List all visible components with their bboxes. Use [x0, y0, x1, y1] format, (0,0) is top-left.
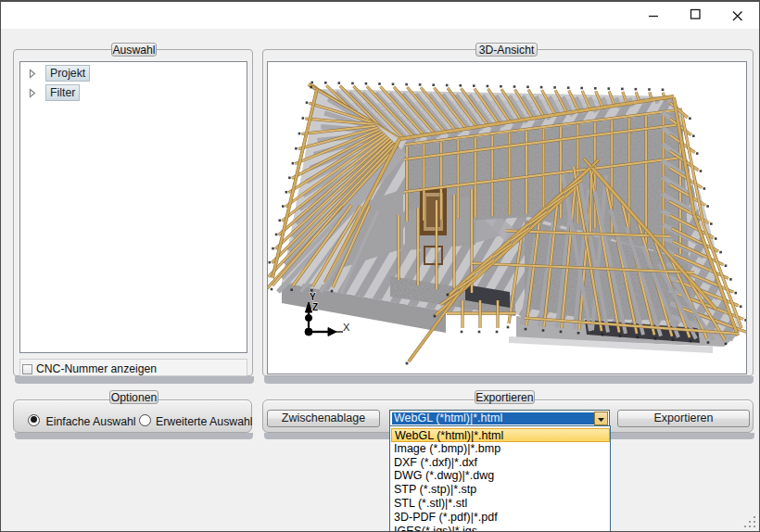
- svg-text:X: X: [343, 322, 350, 333]
- svg-text:Y: Y: [310, 292, 316, 302]
- svg-text:Z: Z: [312, 302, 318, 312]
